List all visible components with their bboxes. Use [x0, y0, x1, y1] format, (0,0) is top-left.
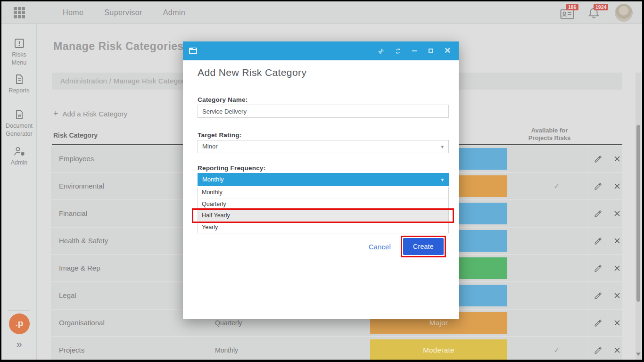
- top-right-icons: 186 1924: [560, 1, 633, 24]
- report-document-icon: [14, 74, 25, 85]
- chevron-down-icon: ▾: [441, 140, 444, 153]
- cancel-button[interactable]: Cancel: [369, 243, 391, 251]
- sidebar-label: Reports: [1, 87, 37, 95]
- x-icon: [614, 347, 620, 354]
- risk-category-cell: Health & Safety: [59, 228, 108, 254]
- delete-button[interactable]: [608, 255, 626, 281]
- available-check-icon: [525, 200, 588, 227]
- sidebar-label: Admin: [1, 159, 37, 167]
- maximize-icon[interactable]: [428, 48, 434, 54]
- edit-button[interactable]: [588, 282, 608, 309]
- edit-button[interactable]: [588, 228, 608, 254]
- risk-category-cell: Financial: [59, 200, 87, 227]
- delete-button[interactable]: [608, 228, 626, 254]
- top-bar: Home Supervisor Admin 186 1924: [1, 1, 642, 24]
- x-icon: [614, 238, 620, 244]
- x-icon: [614, 292, 620, 299]
- risk-category-cell: Image & Rep: [59, 255, 100, 281]
- frequency-option[interactable]: Quarterly: [198, 198, 448, 210]
- contacts-badge: 186: [566, 4, 578, 10]
- target-rating-select[interactable]: Minor ▾: [198, 140, 449, 153]
- pencil-icon: [594, 346, 603, 355]
- add-risk-category-link[interactable]: +Add a Risk Category: [53, 109, 127, 119]
- admin-user-shield-icon: [13, 146, 26, 157]
- chevron-down-icon: ▾: [441, 173, 444, 186]
- category-name-label: Category Name:: [198, 96, 248, 103]
- pencil-icon: [594, 237, 603, 246]
- sidebar-label: Document Generator: [1, 122, 37, 138]
- sidebar-item-reports[interactable]: Reports: [1, 74, 37, 95]
- pencil-icon: [594, 319, 603, 328]
- sidebar-item-risks-menu[interactable]: Risks Menu: [1, 38, 37, 67]
- sidebar-item-admin[interactable]: Admin: [1, 146, 37, 167]
- x-icon: [614, 265, 620, 272]
- sidebar-expand-chevrons[interactable]: »: [1, 338, 37, 351]
- nav-admin[interactable]: Admin: [163, 8, 185, 17]
- edit-button[interactable]: [588, 173, 608, 199]
- edit-button[interactable]: [588, 200, 608, 227]
- risk-category-cell: Projects: [59, 337, 84, 360]
- reporting-frequency-value: Monthly: [202, 176, 224, 183]
- category-name-input[interactable]: [198, 105, 449, 118]
- table-row: ProjectsMonthlyModerate✓: [51, 337, 622, 360]
- nav-supervisor[interactable]: Supervisor: [104, 8, 142, 17]
- brand-logo[interactable]: .p: [9, 313, 30, 334]
- edit-button[interactable]: [588, 146, 608, 172]
- close-icon[interactable]: ✕: [444, 48, 451, 54]
- pencil-icon: [594, 209, 603, 218]
- reporting-frequency-label: Reporting Frequency:: [198, 165, 265, 172]
- page-title: Manage Risk Categories: [53, 40, 184, 53]
- pencil-icon: [594, 182, 603, 191]
- reporting-frequency-select[interactable]: Monthly ▾: [198, 173, 449, 186]
- target-rating-badge: Moderate: [370, 339, 507, 360]
- sidebar-item-document-generator[interactable]: w Document Generator: [1, 109, 37, 138]
- top-menu: Home Supervisor Admin: [63, 1, 185, 24]
- available-check-icon: [525, 282, 588, 309]
- bell-badge: 1924: [594, 4, 608, 10]
- edit-button[interactable]: [588, 255, 608, 281]
- reporting-frequency-cell: Monthly: [215, 337, 238, 360]
- nav-home[interactable]: Home: [63, 8, 83, 17]
- available-check-icon: ✓: [525, 337, 588, 360]
- target-rating-label: Target Rating:: [198, 132, 241, 139]
- delete-button[interactable]: [608, 310, 626, 336]
- app-grid-icon[interactable]: [14, 7, 25, 18]
- scrollbar-thumb[interactable]: [636, 125, 640, 302]
- pin-icon[interactable]: [378, 48, 385, 54]
- edit-button[interactable]: [588, 310, 608, 336]
- word-document-icon: w: [14, 109, 25, 120]
- contacts-card-icon[interactable]: 186: [560, 6, 575, 19]
- bell-icon[interactable]: 1924: [587, 6, 603, 19]
- avatar[interactable]: [615, 4, 633, 22]
- available-check-icon: ✓: [525, 173, 588, 199]
- delete-button[interactable]: [608, 146, 626, 172]
- create-button[interactable]: Create: [403, 238, 444, 255]
- add-risk-category-modal: ✕ Add New Risk Category Category Name: T…: [183, 41, 459, 319]
- risk-alert-icon: [14, 38, 25, 49]
- target-rating-value: Minor: [202, 143, 218, 150]
- refresh-icon[interactable]: [395, 48, 401, 54]
- pencil-icon: [594, 264, 603, 273]
- risk-category-cell: Organisational: [59, 310, 105, 336]
- delete-button[interactable]: [608, 173, 626, 199]
- x-icon: [614, 210, 620, 217]
- window-icon: [189, 48, 197, 54]
- delete-button[interactable]: [608, 200, 626, 227]
- frequency-option[interactable]: Monthly: [198, 187, 448, 198]
- minimize-icon[interactable]: [411, 48, 418, 54]
- edit-button[interactable]: [588, 337, 608, 360]
- available-check-icon: [525, 255, 588, 281]
- frequency-option[interactable]: Half Yearly: [198, 210, 448, 222]
- scrollbar-down-arrow[interactable]: [636, 353, 641, 356]
- delete-button[interactable]: [608, 282, 626, 309]
- annotation-highlight-create: Create: [401, 236, 446, 257]
- modal-titlebar: ✕: [183, 41, 459, 60]
- sidebar-label: Risks Menu: [1, 51, 37, 67]
- risk-category-cell: Employees: [59, 146, 94, 172]
- delete-button[interactable]: [608, 337, 626, 360]
- column-header-available: Available for Projects Risks: [501, 127, 598, 142]
- available-check-icon: [525, 228, 588, 254]
- risk-category-cell: Legal: [59, 282, 76, 309]
- modal-title: Add New Risk Category: [198, 67, 306, 78]
- frequency-option[interactable]: Yearly: [198, 222, 448, 233]
